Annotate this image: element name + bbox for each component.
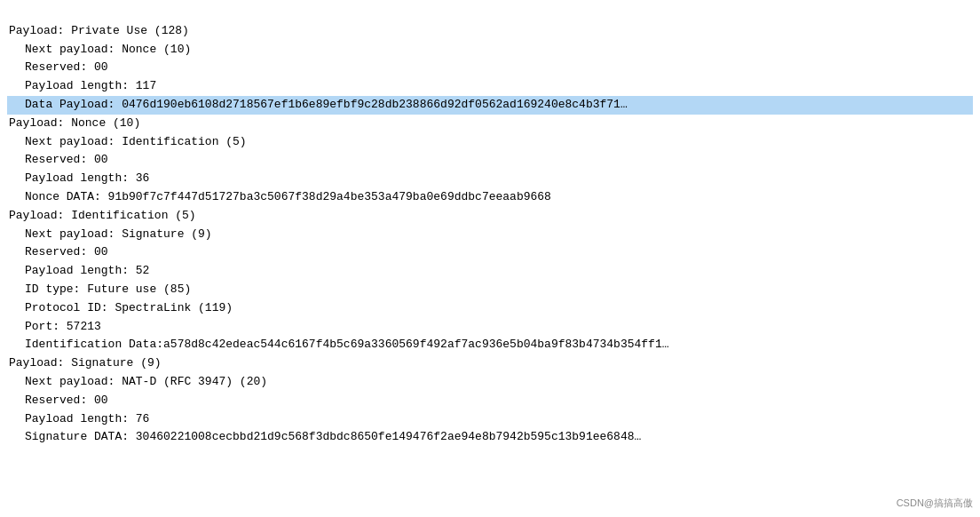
data-line: Payload length: 76 [7, 410, 973, 429]
data-line: Next payload: NAT-D (RFC 3947) (20) [7, 373, 973, 392]
data-line: Payload: Private Use (128) [7, 22, 973, 41]
data-line: Payload length: 117 [7, 77, 973, 96]
data-line: Reserved: 00 [7, 59, 973, 77]
packet-data-panel: Payload: Private Use (128)Next payload: … [0, 0, 980, 450]
data-line: Payload: Identification (5) [7, 207, 973, 226]
data-line: Data Payload: 0476d190eb6108d2718567ef1b… [7, 96, 973, 115]
data-line: Reserved: 00 [7, 243, 973, 262]
data-line: ID type: Future use (85) [7, 281, 973, 299]
data-line: Payload: Signature (9) [7, 354, 973, 373]
data-line: Payload length: 36 [7, 170, 973, 188]
data-line: Next payload: Signature (9) [7, 226, 973, 244]
data-line: Payload length: 52 [7, 262, 973, 281]
data-line: Payload: Nonce (10) [7, 115, 973, 133]
data-line: Signature DATA: 30460221008cecbbd21d9c56… [7, 428, 973, 447]
data-line: Identification Data:a578d8c42edeac544c61… [7, 336, 973, 354]
data-line: Reserved: 00 [7, 151, 973, 170]
data-line: Next payload: Identification (5) [7, 133, 973, 152]
data-line: Next payload: Nonce (10) [7, 41, 973, 60]
data-line: Reserved: 00 [7, 392, 973, 410]
data-line: Protocol ID: SpectraLink (119) [7, 299, 973, 318]
data-line: Port: 57213 [7, 318, 973, 337]
data-line: Nonce DATA: 91b90f7c7f447d51727ba3c5067f… [7, 188, 973, 207]
